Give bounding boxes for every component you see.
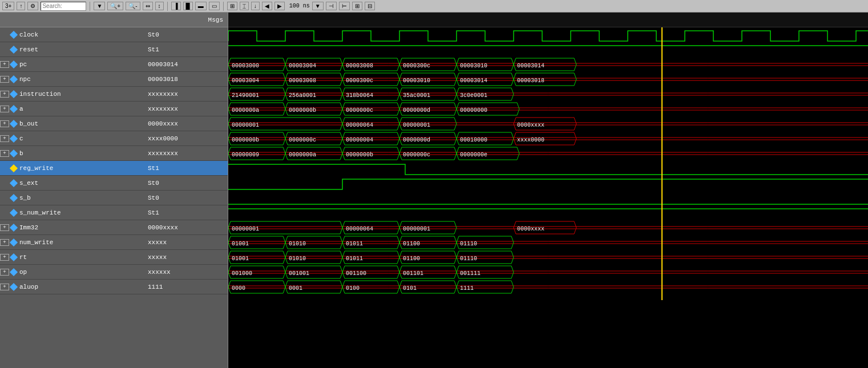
toolbar-btn-zoom-range[interactable]: ⇔: [143, 2, 153, 10]
signal-row-s_b[interactable]: s_bSt0: [0, 191, 228, 205]
signal-value-b_out: 0000xxxx: [148, 120, 228, 127]
expand-btn-aluop[interactable]: +: [0, 284, 9, 290]
signal-icon-a: [9, 105, 18, 113]
signal-icon-num_write: [9, 238, 18, 246]
signal-row-clock[interactable]: clockSt0: [0, 27, 228, 42]
signal-value-reset: St1: [148, 46, 228, 53]
time-unit-label: 100 ns: [289, 3, 310, 9]
signal-name-b: b: [18, 150, 148, 157]
expand-btn-op[interactable]: +: [0, 269, 9, 276]
signal-value-op: xxxxxx: [148, 269, 228, 276]
expand-btn-b_out[interactable]: +: [0, 120, 9, 127]
signal-icon-s_num_write: [9, 209, 18, 217]
expand-btn-a[interactable]: +: [0, 106, 9, 112]
toolbar-btn-zoom-out[interactable]: 🔍-: [126, 2, 140, 10]
signal-icon-aluop: [9, 283, 18, 291]
signal-value-pc: 00003014: [148, 61, 228, 68]
waveform-canvas[interactable]: [228, 27, 868, 300]
signal-row-a[interactable]: +axxxxxxxx: [0, 102, 228, 116]
sep-1: [90, 2, 90, 11]
signal-icon-clock: [9, 31, 18, 39]
toolbar-btn-3[interactable]: ⚙: [27, 2, 38, 10]
waveform-area[interactable]: [228, 13, 868, 368]
toolbar: 3+ ↑ ⚙ ▼ 🔍+ 🔍- ⇔ ↕ ▐ █ ▬ ▭ ⊞ ⌶ ↓ ◀ ▶ 100…: [0, 0, 868, 13]
expand-btn-pc[interactable]: +: [0, 61, 9, 68]
signal-name-reset: reset: [18, 46, 148, 53]
toolbar-btn-align-right[interactable]: ⊢: [339, 2, 350, 10]
toolbar-btn-nav[interactable]: ↕: [155, 2, 164, 10]
signal-value-Imm32: 0000xxxx: [148, 224, 228, 231]
signal-row-pc[interactable]: +pc00003014: [0, 57, 228, 72]
expand-btn-c[interactable]: +: [0, 135, 9, 142]
signal-icon-reg_write: [9, 164, 18, 172]
expand-btn-instruction[interactable]: +: [0, 91, 9, 98]
signal-icon-op: [9, 268, 18, 276]
signal-name-Imm32: Imm32: [18, 224, 148, 231]
toolbar-btn-1[interactable]: 3+: [2, 2, 14, 10]
signal-row-rt[interactable]: +rtxxxxx: [0, 250, 228, 265]
signal-row-Imm32[interactable]: +Imm320000xxxx: [0, 220, 228, 235]
signal-name-instruction: instruction: [18, 91, 148, 98]
signal-icon-rt: [9, 253, 18, 261]
signal-icon-instruction: [9, 90, 18, 98]
toolbar-btn-wave2[interactable]: █: [183, 2, 193, 10]
signal-icon-s_b: [9, 194, 18, 202]
signal-row-reg_write[interactable]: reg_writeSt1: [0, 161, 228, 176]
signal-value-instruction: xxxxxxxx: [148, 91, 228, 98]
signal-list-header: Msgs: [0, 13, 228, 27]
toolbar-btn-2[interactable]: ↑: [17, 2, 25, 10]
signal-row-npc[interactable]: +npc00003018: [0, 72, 228, 87]
expand-btn-num_write[interactable]: +: [0, 239, 9, 246]
signal-row-op[interactable]: +opxxxxxx: [0, 265, 228, 280]
toolbar-btn-snap[interactable]: ⊞: [227, 2, 237, 10]
signal-value-s_ext: St0: [148, 180, 228, 187]
signal-name-s_num_write: s_num_write: [18, 209, 148, 216]
expand-btn-npc[interactable]: +: [0, 76, 9, 83]
waveform-header: [228, 13, 868, 27]
signal-row-s_ext[interactable]: s_extSt0: [0, 176, 228, 191]
toolbar-btn-wave4[interactable]: ▭: [209, 2, 220, 10]
signal-row-instruction[interactable]: +instructionxxxxxxxx: [0, 87, 228, 102]
signal-icon-pc: [9, 60, 18, 68]
signal-value-num_write: xxxxx: [148, 239, 228, 246]
signal-row-aluop[interactable]: +aluop1111: [0, 280, 228, 294]
toolbar-btn-zoom-in[interactable]: 🔍+: [107, 2, 123, 10]
toolbar-btn-cursor[interactable]: ↓: [251, 2, 260, 10]
signal-name-a: a: [18, 106, 148, 112]
signal-row-num_write[interactable]: +num_writexxxxx: [0, 235, 228, 250]
toolbar-btn-expand[interactable]: ⊞: [352, 2, 362, 10]
signal-name-c: c: [18, 135, 148, 142]
signal-name-rt: rt: [18, 254, 148, 261]
signal-value-s_b: St0: [148, 195, 228, 201]
signal-icon-npc: [9, 75, 18, 83]
toolbar-btn-wave1[interactable]: ▐: [171, 2, 181, 10]
signal-row-b[interactable]: +bxxxxxxxx: [0, 146, 228, 161]
sep-2: [167, 2, 168, 11]
signal-value-a: xxxxxxxx: [148, 106, 228, 112]
toolbar-btn-time-down[interactable]: ▼: [312, 2, 324, 10]
signal-list: Msgs clockSt0resetSt1+pc00003014+npc0000…: [0, 13, 228, 368]
signal-name-op: op: [18, 269, 148, 276]
signal-row-b_out[interactable]: +b_out0000xxxx: [0, 116, 228, 131]
toolbar-btn-zoom-fit[interactable]: ▼: [94, 2, 105, 10]
signal-name-s_ext: s_ext: [18, 180, 148, 187]
toolbar-btn-next[interactable]: ▶: [274, 2, 285, 10]
signal-value-clock: St0: [148, 31, 228, 38]
signal-row-reset[interactable]: resetSt1: [0, 42, 228, 57]
main-area: Msgs clockSt0resetSt1+pc00003014+npc0000…: [0, 13, 868, 368]
toolbar-btn-wave3[interactable]: ▬: [195, 2, 207, 10]
toolbar-btn-collapse[interactable]: ⊟: [365, 2, 375, 10]
expand-btn-Imm32[interactable]: +: [0, 224, 9, 231]
search-input[interactable]: [41, 2, 86, 11]
signal-icon-b: [9, 149, 18, 157]
signal-value-s_num_write: St1: [148, 209, 228, 216]
signal-name-b_out: b_out: [18, 120, 148, 127]
expand-btn-b[interactable]: +: [0, 150, 9, 157]
signal-icon-c: [9, 135, 18, 143]
signal-row-s_num_write[interactable]: s_num_writeSt1: [0, 205, 228, 220]
toolbar-btn-prev[interactable]: ◀: [262, 2, 272, 10]
expand-btn-rt[interactable]: +: [0, 254, 9, 261]
signal-row-c[interactable]: +cxxxx0000: [0, 131, 228, 146]
toolbar-btn-marker[interactable]: ⌶: [240, 2, 249, 10]
toolbar-btn-align-left[interactable]: ⊣: [326, 2, 337, 10]
